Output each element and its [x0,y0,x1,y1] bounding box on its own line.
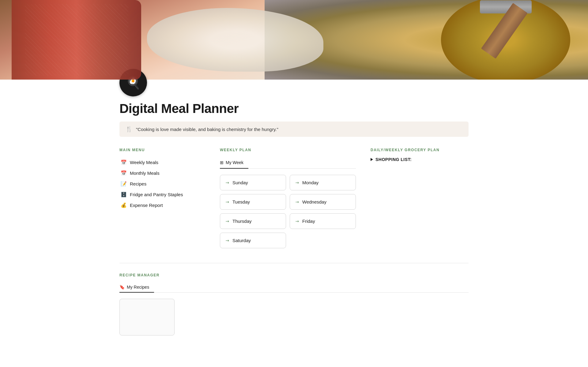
arrow-icon-wednesday: ↗ [294,199,300,205]
shopping-list-label: SHOPPING LIST: [375,157,412,162]
main-layout: MAIN MENU 📅 Weekly Meals 📅 Monthly Meals… [119,148,469,248]
page-title: Digital Meal Planner [119,101,469,116]
day-label-sunday: Sunday [232,180,248,185]
sidebar-label-expense-report: Expense Report [130,203,163,208]
tab-my-recipes-label: My Recipes [127,285,149,290]
day-label-tuesday: Tuesday [232,199,250,204]
shopping-list-toggle[interactable]: SHOPPING LIST: [371,157,469,162]
day-card-tuesday[interactable]: ↗ Tuesday [220,194,286,210]
expense-icon: 💰 [121,202,127,208]
day-label-wednesday: Wednesday [302,199,326,204]
day-label-saturday: Saturday [232,238,251,243]
arrow-icon-saturday: ↗ [224,238,231,244]
calendar-icon-2: 📅 [121,170,127,176]
recipe-manager-section: RECIPE MANAGER 🔖 My Recipes [119,273,469,335]
day-label-friday: Friday [302,219,315,224]
day-card-thursday[interactable]: ↗ Thursday [220,213,286,229]
section-divider [119,263,469,263]
grid-icon: ⊞ [220,160,224,165]
days-grid: ↗ Sunday ↗ Monday ↗ Tuesday ↗ Wednesday … [220,175,356,248]
hero-image [0,0,588,80]
day-label-monday: Monday [302,180,318,185]
recipe-tab-bar: 🔖 My Recipes [119,282,469,293]
grocery-section-header: DAILY/WEEKLY GROCERY PLAN [371,148,469,152]
quote-icon: 🍴 [126,126,132,133]
day-card-saturday[interactable]: ↗ Saturday [220,233,286,248]
recipes-icon: 📝 [121,181,127,187]
recipe-card-placeholder [119,299,175,335]
weekly-plan-section: WEEKLY PLAN ⊞ My Week ↗ Sunday ↗ Monday … [220,148,356,248]
arrow-icon-sunday: ↗ [224,180,231,186]
sidebar-label-weekly-meals: Weekly Meals [130,160,158,165]
tab-my-week-label: My Week [226,160,243,165]
arrow-icon-tuesday: ↗ [224,199,231,205]
sidebar-item-recipes[interactable]: 📝 Recipes [119,178,205,189]
calendar-icon: 📅 [121,159,127,165]
sidebar-label-fridge-pantry: Fridge and Pantry Staples [130,192,183,197]
sidebar-label-recipes: Recipes [130,181,146,186]
tab-my-week[interactable]: ⊞ My Week [220,157,248,169]
recipe-section-header: RECIPE MANAGER [119,273,469,277]
sidebar-item-expense-report[interactable]: 💰 Expense Report [119,200,205,211]
sidebar-item-fridge-pantry[interactable]: 🗄️ Fridge and Pantry Staples [119,189,205,200]
sidebar-item-weekly-meals[interactable]: 📅 Weekly Meals [119,157,205,168]
day-card-monday[interactable]: ↗ Monday [290,175,356,190]
arrow-icon-monday: ↗ [294,180,300,186]
logo-area [119,69,469,96]
fridge-icon: 🗄️ [121,192,127,197]
bookmark-icon: 🔖 [119,285,125,290]
sidebar: MAIN MENU 📅 Weekly Meals 📅 Monthly Meals… [119,148,205,248]
quote-text: "Cooking is love made visible, and bakin… [136,127,278,132]
arrow-icon-thursday: ↗ [224,218,231,224]
arrow-icon-friday: ↗ [294,218,300,224]
sidebar-section-header: MAIN MENU [119,148,205,152]
weekly-plan-section-header: WEEKLY PLAN [220,148,356,152]
hero-flour [147,8,323,72]
quote-banner: 🍴 "Cooking is love made visible, and bak… [119,122,469,137]
tab-my-recipes[interactable]: 🔖 My Recipes [119,282,154,293]
triangle-icon [371,158,373,161]
weekly-plan-tab-bar: ⊞ My Week [220,157,356,169]
day-label-thursday: Thursday [232,219,252,224]
sidebar-item-monthly-meals[interactable]: 📅 Monthly Meals [119,168,205,178]
day-card-wednesday[interactable]: ↗ Wednesday [290,194,356,210]
hero-bag [12,0,141,80]
sidebar-label-monthly-meals: Monthly Meals [130,170,160,176]
grocery-plan-section: DAILY/WEEKLY GROCERY PLAN SHOPPING LIST: [371,148,469,248]
day-card-sunday[interactable]: ↗ Sunday [220,175,286,190]
day-card-friday[interactable]: ↗ Friday [290,213,356,229]
